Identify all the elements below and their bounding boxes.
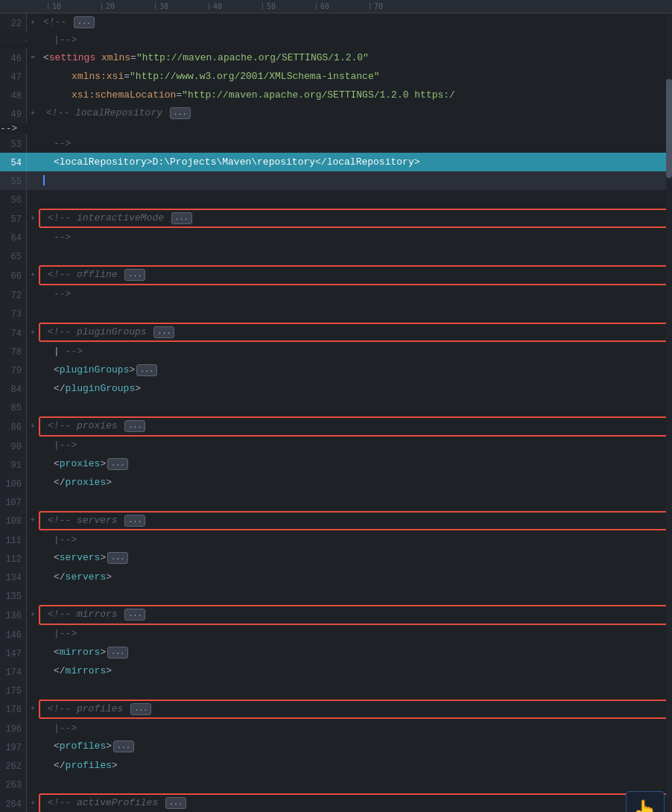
ruler-mark-30: |30	[153, 2, 207, 10]
fold-icon-46[interactable]: −	[27, 50, 39, 66]
fold-icon-53	[27, 136, 39, 152]
line-175: 175	[0, 681, 672, 700]
scrollbar-thumb[interactable]	[666, 79, 672, 178]
ruler-mark-50: |50	[261, 2, 314, 10]
line-48: 48 xsi:schemaLocation="http://maven.apac…	[0, 86, 672, 104]
line-content-arrow1: |-->	[39, 32, 672, 48]
fold-icon-196	[27, 720, 39, 737]
line-146: 146 |-->	[0, 625, 672, 644]
line-number-107: 107	[0, 492, 27, 511]
line-136: 136 + <!-- mirrors ...	[0, 605, 672, 624]
hand-pointer-icon: 👆	[626, 791, 665, 813]
line-number-85: 85	[0, 398, 27, 416]
fold-icon-64	[27, 229, 39, 246]
fold-icon-74[interactable]: +	[27, 324, 39, 340]
line-number-64: 64	[0, 228, 27, 247]
fold-icon-107	[27, 493, 39, 510]
line-number-46: 46	[0, 48, 27, 67]
line-number-197: 197	[0, 738, 27, 756]
line-number-135: 135	[0, 586, 27, 605]
line-content-90: |-->	[39, 437, 672, 454]
line-number-empty	[0, 39, 27, 42]
line-57: 57 + <!-- interactiveMode ...	[0, 209, 672, 228]
fold-icon-47	[27, 69, 39, 85]
line-56: 56	[0, 190, 672, 209]
line-content-196: |-->	[39, 720, 672, 737]
vertical-scrollbar[interactable]	[666, 13, 672, 812]
line-content-48: xsi:schemaLocation="http://maven.apache.…	[39, 87, 672, 104]
line-262: 262 </profiles>	[0, 756, 672, 775]
line-content-55[interactable]	[39, 173, 672, 189]
line-174: 174 </mirrors>	[0, 662, 672, 681]
line-content-135	[39, 588, 672, 604]
line-content-106: </proxies>	[39, 475, 672, 491]
line-84: 84 </pluginGroups>	[0, 379, 672, 398]
fold-icon-55	[27, 173, 39, 189]
fold-icon-91	[27, 456, 39, 472]
line-content-79: <pluginGroups>...	[39, 362, 672, 378]
line-79: 79 <pluginGroups>...	[0, 361, 672, 379]
fold-icon-84	[27, 381, 39, 397]
line-content-86: <!-- proxies ...	[39, 416, 672, 436]
ruler-mark-10: |10	[46, 2, 100, 10]
line-content-197: <profiles>...	[39, 738, 672, 755]
line-number-147: 147	[0, 644, 27, 662]
line-content-22: <!-- ...	[39, 14, 672, 31]
line-number-53: 53	[0, 134, 27, 153]
line-number-72: 72	[0, 285, 27, 304]
line-number-108: 108	[0, 511, 27, 530]
line-number-263: 263	[0, 775, 27, 793]
line-number-73: 73	[0, 304, 27, 323]
fold-icon-108[interactable]: +	[27, 513, 39, 529]
fold-icon-48	[27, 87, 39, 104]
fold-icon-263	[27, 776, 39, 793]
line-72: 72 -->	[0, 285, 672, 304]
line-content-147: <mirrors>...	[39, 644, 672, 661]
line-number-111: 111	[0, 530, 27, 549]
line-number-55: 55	[0, 171, 27, 190]
line-content-107	[39, 493, 672, 510]
line-135: 135	[0, 586, 672, 605]
line-number-66: 66	[0, 266, 27, 285]
line-content-78: | -->	[39, 343, 672, 360]
line-111: 111 |-->	[0, 530, 672, 549]
line-number-79: 79	[0, 361, 27, 379]
fold-icon-134	[27, 569, 39, 586]
fold-icon-264[interactable]: +	[27, 795, 39, 811]
line-content-134: </servers>	[39, 569, 672, 586]
line-content-65	[39, 248, 672, 264]
line-147: 147 <mirrors>...	[0, 644, 672, 662]
fold-icon-136[interactable]: +	[27, 606, 39, 623]
line-number-134: 134	[0, 568, 27, 586]
fold-icon-147	[27, 644, 39, 661]
line-content-47: xmlns:xsi="http://www.w3.org/2001/XMLSch…	[39, 69, 672, 85]
line-number-112: 112	[0, 549, 27, 568]
fold-icon-22[interactable]: +	[27, 15, 39, 31]
line-176: 176 + <!-- profiles ...	[0, 700, 672, 719]
line-number-262: 262	[0, 756, 27, 775]
line-content-66: <!-- offline ...	[39, 265, 672, 285]
fold-icon-262	[27, 758, 39, 774]
line-197: 197 <profiles>...	[0, 738, 672, 756]
line-90: 90 |-->	[0, 437, 672, 455]
line-number-174: 174	[0, 662, 27, 681]
line-number-49: 49	[0, 104, 27, 123]
fold-icon-176[interactable]: +	[27, 701, 39, 717]
line-78: 78 | -->	[0, 342, 672, 361]
fold-icon-86[interactable]: +	[27, 419, 39, 435]
line-content-53: -->	[39, 136, 672, 152]
line-49: 49 + <!-- localRepository ...	[0, 104, 672, 123]
line-53: 53 -->	[0, 134, 672, 153]
fold-icon-57[interactable]: +	[27, 210, 39, 226]
line-74: 74 + <!-- pluginGroups ...	[0, 323, 672, 342]
line-content-146: |-->	[39, 626, 672, 642]
line-number-74: 74	[0, 323, 27, 342]
fold-icon-49[interactable]: +	[27, 106, 39, 122]
line-number-56: 56	[0, 190, 27, 209]
line-number-54: 54	[0, 153, 27, 171]
line-content-54: <localRepository>D:\Projects\Maven\repos…	[39, 154, 672, 171]
ruler: |10 |20 |30 |40 |50 |60 |70	[0, 0, 672, 13]
fold-icon-66[interactable]: +	[27, 267, 39, 284]
line-content-64: -->	[39, 229, 672, 246]
fold-icon-175	[27, 682, 39, 698]
